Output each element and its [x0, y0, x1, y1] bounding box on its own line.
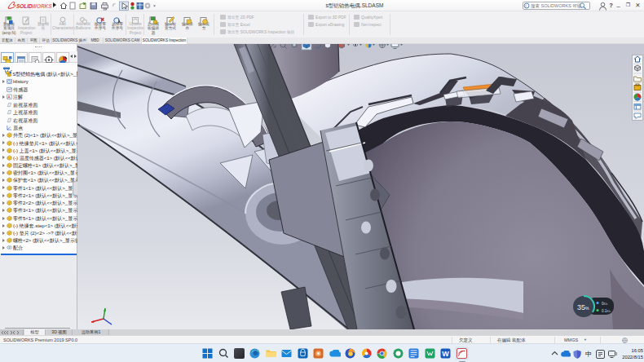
svg-text:SOLID: SOLID [16, 3, 33, 9]
svg-text:WORKS: WORKS [32, 3, 52, 9]
svg-text:W: W [442, 350, 449, 358]
svg-text:i: i [525, 3, 526, 8]
svg-text:0.1K/s: 0.1K/s [602, 309, 611, 313]
svg-text:A: A [7, 95, 11, 99]
svg-text:0K/s: 0K/s [602, 302, 608, 306]
